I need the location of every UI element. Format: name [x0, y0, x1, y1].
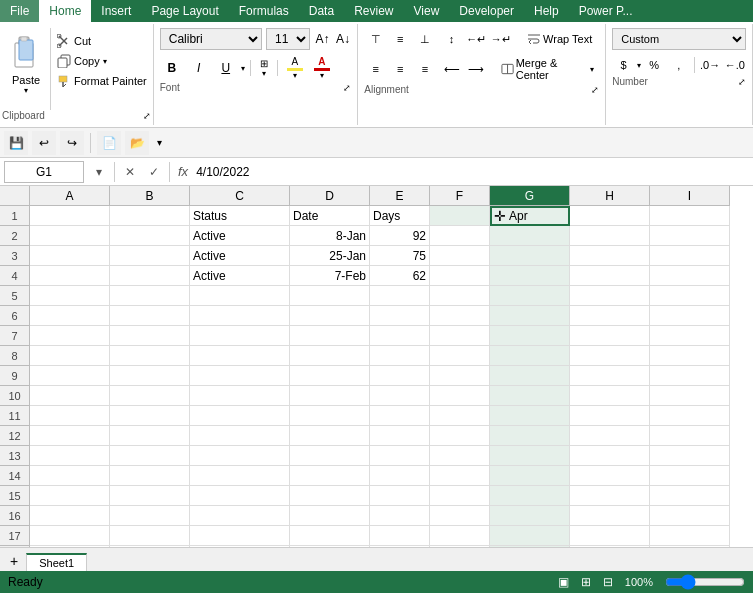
align-left-button[interactable]: ≡: [364, 58, 387, 80]
col-header-A[interactable]: A: [30, 186, 110, 206]
cell-C15[interactable]: [190, 486, 290, 506]
cell-D17[interactable]: [290, 526, 370, 546]
normal-view-button[interactable]: ▣: [558, 575, 569, 589]
cell-D9[interactable]: [290, 366, 370, 386]
cell-B4[interactable]: [110, 266, 190, 286]
col-header-B[interactable]: B: [110, 186, 190, 206]
underline-button[interactable]: U: [214, 57, 238, 79]
col-header-I[interactable]: I: [650, 186, 730, 206]
col-header-H[interactable]: H: [570, 186, 650, 206]
cell-A16[interactable]: [30, 506, 110, 526]
cell-E7[interactable]: [370, 326, 430, 346]
increase-decimal-button[interactable]: .0→: [699, 54, 722, 76]
cell-G16[interactable]: [490, 506, 570, 526]
paste-button[interactable]: Paste ▾: [2, 28, 51, 110]
cell-I4[interactable]: [650, 266, 730, 286]
cell-C12[interactable]: [190, 426, 290, 446]
cell-I17[interactable]: [650, 526, 730, 546]
cell-C5[interactable]: [190, 286, 290, 306]
cell-B8[interactable]: [110, 346, 190, 366]
page-break-view-button[interactable]: ⊟: [603, 575, 613, 589]
cell-G2[interactable]: [490, 226, 570, 246]
new-sheet-button[interactable]: +: [4, 551, 24, 571]
cell-H5[interactable]: [570, 286, 650, 306]
cell-F17[interactable]: [430, 526, 490, 546]
cell-H6[interactable]: [570, 306, 650, 326]
cell-D11[interactable]: [290, 406, 370, 426]
copy-button[interactable]: Copy ▾: [53, 52, 151, 70]
cell-D13[interactable]: [290, 446, 370, 466]
cell-H7[interactable]: [570, 326, 650, 346]
cell-B11[interactable]: [110, 406, 190, 426]
cell-D7[interactable]: [290, 326, 370, 346]
menu-formulas[interactable]: Formulas: [229, 0, 299, 22]
cell-E15[interactable]: [370, 486, 430, 506]
cell-A17[interactable]: [30, 526, 110, 546]
merge-center-button[interactable]: Merge & Center ▾: [496, 54, 600, 84]
cell-H13[interactable]: [570, 446, 650, 466]
format-painter-button[interactable]: Format Painter: [53, 72, 151, 90]
italic-button[interactable]: I: [187, 57, 211, 79]
cell-A8[interactable]: [30, 346, 110, 366]
cell-G17[interactable]: [490, 526, 570, 546]
cell-H17[interactable]: [570, 526, 650, 546]
cell-B15[interactable]: [110, 486, 190, 506]
cell-C4[interactable]: Active: [190, 266, 290, 286]
menu-help[interactable]: Help: [524, 0, 569, 22]
menu-insert[interactable]: Insert: [91, 0, 141, 22]
col-header-D[interactable]: D: [290, 186, 370, 206]
cell-F6[interactable]: [430, 306, 490, 326]
cell-I8[interactable]: [650, 346, 730, 366]
name-box-dropdown[interactable]: ▾: [88, 161, 110, 183]
cell-I14[interactable]: [650, 466, 730, 486]
cell-H4[interactable]: [570, 266, 650, 286]
menu-home[interactable]: Home: [39, 0, 91, 22]
cell-B10[interactable]: [110, 386, 190, 406]
cut-button[interactable]: Cut: [53, 32, 151, 50]
col-header-C[interactable]: C: [190, 186, 290, 206]
cell-B2[interactable]: [110, 226, 190, 246]
save-toolbar-button[interactable]: 💾: [4, 131, 28, 155]
cell-H3[interactable]: [570, 246, 650, 266]
cell-B6[interactable]: [110, 306, 190, 326]
cell-G1[interactable]: ✛ Apr: [490, 206, 570, 226]
cell-C16[interactable]: [190, 506, 290, 526]
cell-I2[interactable]: [650, 226, 730, 246]
border-button[interactable]: ⊞ ▾: [256, 56, 272, 80]
merge-dropdown[interactable]: ▾: [590, 65, 594, 74]
menu-view[interactable]: View: [404, 0, 450, 22]
cell-I1[interactable]: [650, 206, 730, 226]
cell-G8[interactable]: [490, 346, 570, 366]
page-layout-view-button[interactable]: ⊞: [581, 575, 591, 589]
cell-D16[interactable]: [290, 506, 370, 526]
font-expand-icon[interactable]: ⤢: [343, 83, 351, 93]
cell-H9[interactable]: [570, 366, 650, 386]
cell-D6[interactable]: [290, 306, 370, 326]
clipboard-expand-icon[interactable]: ⤢: [143, 111, 151, 121]
number-expand-icon[interactable]: ⤢: [738, 77, 746, 87]
confirm-formula-button[interactable]: ✓: [143, 161, 165, 183]
cell-C1[interactable]: Status: [190, 206, 290, 226]
cell-I9[interactable]: [650, 366, 730, 386]
cell-D3[interactable]: 25-Jan: [290, 246, 370, 266]
redo-toolbar-button[interactable]: ↪: [60, 131, 84, 155]
menu-file[interactable]: File: [0, 0, 39, 22]
cell-G9[interactable]: [490, 366, 570, 386]
cell-C14[interactable]: [190, 466, 290, 486]
col-header-G[interactable]: G: [490, 186, 570, 206]
menu-data[interactable]: Data: [299, 0, 344, 22]
cell-G6[interactable]: [490, 306, 570, 326]
decrease-decimal-button[interactable]: ←.0: [723, 54, 746, 76]
wrap-text-button[interactable]: Wrap Text: [520, 29, 599, 49]
cell-E11[interactable]: [370, 406, 430, 426]
cell-D4[interactable]: 7-Feb: [290, 266, 370, 286]
cell-I15[interactable]: [650, 486, 730, 506]
cell-G11[interactable]: [490, 406, 570, 426]
align-bottom-button[interactable]: ⊥: [414, 28, 437, 50]
cell-A11[interactable]: [30, 406, 110, 426]
cell-A2[interactable]: [30, 226, 110, 246]
cell-C8[interactable]: [190, 346, 290, 366]
open-toolbar-button[interactable]: 📂: [125, 131, 149, 155]
cell-D12[interactable]: [290, 426, 370, 446]
cell-I13[interactable]: [650, 446, 730, 466]
